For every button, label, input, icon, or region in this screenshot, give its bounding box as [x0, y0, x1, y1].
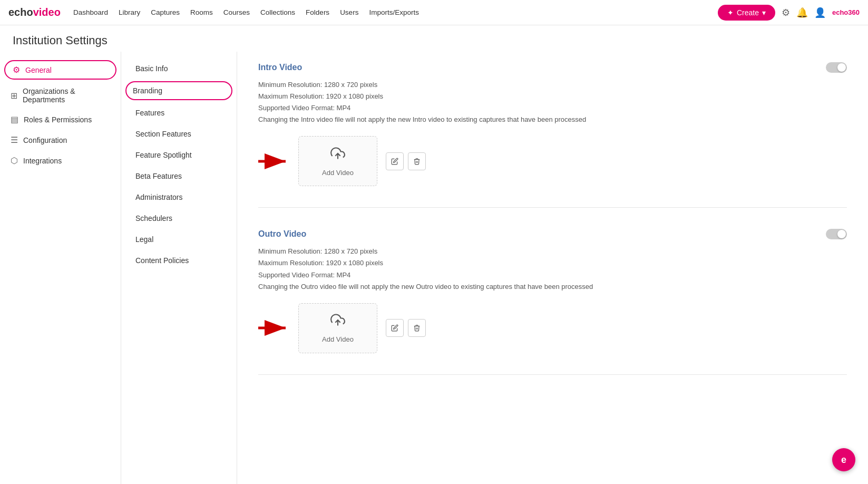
outro-format: Supported Video Format: MP4	[258, 269, 847, 281]
create-icon: ✦	[727, 8, 734, 17]
middle-nav-features[interactable]: Features	[121, 102, 237, 123]
nav-library[interactable]: Library	[119, 8, 140, 16]
sidebar-item-integrations[interactable]: ⬡ Integrations	[0, 150, 121, 171]
sidebar-config-label: Configuration	[23, 136, 67, 144]
intro-video-upload-row: Add Video	[258, 136, 847, 186]
outro-video-header: Outro Video	[258, 229, 847, 239]
outro-add-video-label: Add Video	[322, 335, 354, 343]
intro-action-btns	[386, 152, 426, 170]
intro-min-res: Minimum Resolution: 1280 x 720 pixels	[258, 79, 847, 91]
page-title: Institution Settings	[13, 34, 855, 47]
intro-video-header: Intro Video	[258, 62, 847, 73]
outro-video-desc: Minimum Resolution: 1280 x 720 pixels Ma…	[258, 246, 847, 292]
feature-spotlight-label: Feature Spotlight	[135, 151, 192, 159]
schedulers-label: Schedulers	[135, 214, 172, 222]
administrators-label: Administrators	[135, 193, 182, 201]
nav-right: ✦ Create ▾ ⚙ 🔔 👤 echo360	[718, 5, 860, 21]
outro-video-upload-box[interactable]: Add Video	[298, 303, 377, 353]
nav-folders[interactable]: Folders	[306, 8, 329, 16]
settings-icon[interactable]: ⚙	[782, 7, 790, 18]
create-button[interactable]: ✦ Create ▾	[718, 5, 775, 21]
section-features-label: Section Features	[135, 130, 191, 138]
intro-video-section: Intro Video Minimum Resolution: 1280 x 7…	[258, 62, 847, 208]
left-sidebar: ⚙ General ⊞ Organizations & Departments …	[0, 52, 121, 484]
middle-nav-legal[interactable]: Legal	[121, 229, 237, 250]
outro-action-btns	[386, 319, 426, 337]
middle-nav-section-features[interactable]: Section Features	[121, 123, 237, 144]
intro-video-desc: Minimum Resolution: 1280 x 720 pixels Ma…	[258, 79, 847, 125]
features-label: Features	[135, 109, 164, 117]
nav-dashboard[interactable]: Dashboard	[73, 8, 108, 16]
middle-nav-branding[interactable]: Branding	[125, 81, 232, 100]
sidebar-item-orgs[interactable]: ⊞ Organizations & Departments	[0, 82, 121, 109]
page-header: Institution Settings	[0, 25, 868, 52]
nav-users[interactable]: Users	[340, 8, 358, 16]
outro-video-section: Outro Video Minimum Resolution: 1280 x 7…	[258, 229, 847, 374]
sidebar-orgs-label: Organizations & Departments	[23, 87, 110, 104]
sidebar-item-general[interactable]: ⚙ General	[4, 60, 116, 80]
outro-video-title: Outro Video	[258, 229, 306, 239]
intro-add-video-label: Add Video	[322, 169, 354, 177]
upload-cloud-icon-2	[330, 313, 345, 331]
sidebar-general-label: General	[25, 66, 52, 74]
middle-nav-feature-spotlight[interactable]: Feature Spotlight	[121, 144, 237, 166]
integrations-icon: ⬡	[11, 156, 18, 166]
middle-nav-beta-features[interactable]: Beta Features	[121, 166, 237, 187]
intro-arrow	[258, 152, 290, 171]
nav-imports-exports[interactable]: Imports/Exports	[369, 8, 419, 16]
intro-video-toggle-wrap	[826, 62, 847, 73]
user-icon[interactable]: 👤	[814, 7, 826, 18]
outro-video-upload-row: Add Video	[258, 303, 847, 353]
echo360-label: echo360	[832, 8, 860, 16]
main-content: Intro Video Minimum Resolution: 1280 x 7…	[237, 52, 868, 484]
intro-format: Supported Video Format: MP4	[258, 102, 847, 114]
sidebar-item-config[interactable]: ☰ Configuration	[0, 130, 121, 150]
nav-rooms[interactable]: Rooms	[190, 8, 213, 16]
create-chevron: ▾	[762, 8, 766, 17]
beta-features-label: Beta Features	[135, 172, 182, 180]
sidebar-roles-label: Roles & Permissions	[24, 115, 92, 124]
logo-video: video	[33, 6, 61, 18]
roles-icon: ▤	[11, 114, 18, 124]
sidebar-item-roles[interactable]: ▤ Roles & Permissions	[0, 109, 121, 130]
middle-nav-schedulers[interactable]: Schedulers	[121, 208, 237, 229]
outro-arrow	[258, 318, 290, 337]
intro-video-toggle[interactable]	[826, 62, 847, 73]
upload-cloud-icon	[330, 146, 345, 164]
logo-echo: echo	[8, 6, 33, 18]
intro-note: Changing the Intro video file will not a…	[258, 114, 847, 125]
config-icon: ☰	[11, 135, 18, 145]
intro-video-title: Intro Video	[258, 63, 302, 72]
outro-min-res: Minimum Resolution: 1280 x 720 pixels	[258, 246, 847, 257]
legal-label: Legal	[135, 235, 153, 244]
branding-label: Branding	[133, 86, 162, 95]
nav-captures[interactable]: Captures	[151, 8, 180, 16]
logo[interactable]: echovideo	[8, 6, 61, 18]
sidebar-integrations-label: Integrations	[23, 157, 62, 165]
top-navigation: echovideo Dashboard Library Captures Roo…	[0, 0, 868, 25]
general-icon: ⚙	[13, 65, 20, 75]
nav-courses[interactable]: Courses	[223, 8, 250, 16]
page-layout: Institution Settings ⚙ General ⊞ Organiz…	[0, 25, 868, 484]
outro-max-res: Maximum Resolution: 1920 x 1080 pixels	[258, 257, 847, 269]
middle-nav-basic-info[interactable]: Basic Info	[121, 58, 237, 79]
orgs-icon: ⊞	[11, 91, 17, 101]
middle-nav-content-policies[interactable]: Content Policies	[121, 250, 237, 271]
nav-links: Dashboard Library Captures Rooms Courses…	[73, 8, 705, 16]
outro-note: Changing the Outro video file will not a…	[258, 281, 847, 293]
content-policies-label: Content Policies	[135, 256, 189, 265]
outro-delete-button[interactable]	[408, 319, 426, 337]
fab-icon: e	[841, 454, 846, 466]
intro-delete-button[interactable]	[408, 152, 426, 170]
intro-edit-button[interactable]	[386, 152, 404, 170]
outro-video-toggle[interactable]	[826, 229, 847, 239]
bell-icon[interactable]: 🔔	[796, 7, 808, 18]
outro-edit-button[interactable]	[386, 319, 404, 337]
middle-navigation: Basic Info Branding Features Section Fea…	[121, 52, 237, 484]
nav-collections[interactable]: Collections	[260, 8, 295, 16]
content-area: ⚙ General ⊞ Organizations & Departments …	[0, 52, 868, 484]
middle-nav-administrators[interactable]: Administrators	[121, 187, 237, 208]
intro-video-upload-box[interactable]: Add Video	[298, 136, 377, 186]
outro-video-toggle-wrap	[826, 229, 847, 239]
fab-button[interactable]: e	[832, 448, 855, 471]
